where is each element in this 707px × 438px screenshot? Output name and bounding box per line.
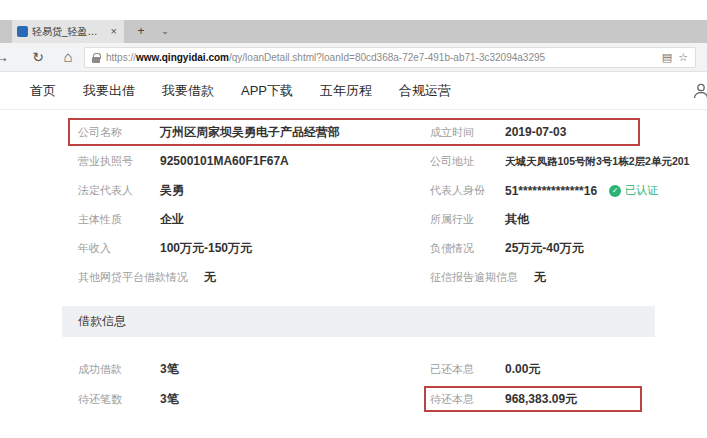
nav-item-app-download[interactable]: APP下载: [241, 82, 293, 100]
field-label: 年收入: [78, 234, 111, 263]
field-value: 天城天凤路105号附3号1栋2层2单元201: [505, 147, 689, 176]
forward-icon[interactable]: →: [0, 43, 12, 72]
field-value: 其他: [505, 205, 529, 234]
field-value: 100万元-150万元: [160, 234, 252, 263]
table-row: 待还笔数 3笔 待还本息 968,383.09元: [0, 384, 707, 414]
field-label: 已还本息: [430, 354, 474, 384]
field-label: 所属行业: [430, 205, 474, 234]
loan-info-table: 成功借款 3笔 已还本息 0.00元 待还笔数 3笔 待还本息 968,383.…: [0, 354, 707, 414]
field-value: 25万元-40万元: [505, 234, 584, 263]
field-value: 万州区周家坝吴勇电子产品经营部: [160, 118, 340, 147]
field-label: 法定代表人: [78, 176, 133, 205]
site-favicon-icon: [17, 26, 28, 37]
field-label: 代表人身份: [430, 176, 485, 205]
verified-badge: ✓ 已认证: [609, 183, 658, 198]
nav-item-compliance[interactable]: 合规运营: [399, 82, 451, 100]
table-row: 主体性质 企业 所属行业 其他: [0, 205, 707, 234]
screenshot-root: 轻易贷_轻盈投资_轻易贷 × + ⌄ → ↻ ⌂ https://www.qin…: [0, 0, 707, 438]
field-value: 2019-07-03: [505, 118, 566, 147]
field-value: 968,383.09元: [505, 384, 577, 414]
section-header-loan-info: 借款信息: [62, 306, 655, 337]
field-label: 公司地址: [430, 147, 474, 176]
table-row: 年收入 100万元-150万元 负债情况 25万元-40万元: [0, 234, 707, 263]
nav-item-home[interactable]: 首页: [30, 82, 56, 100]
new-tab-button[interactable]: +: [132, 20, 150, 43]
browser-tab[interactable]: 轻易贷_轻盈投资_轻易贷 ×: [12, 20, 124, 43]
site-nav: 首页 我要出借 我要借款 APP下载 五年历程 合规运营: [0, 72, 707, 110]
table-row: 营业执照号 92500101MA60F1F67A 公司地址 天城天凤路105号附…: [0, 147, 707, 176]
close-icon[interactable]: ×: [109, 20, 119, 43]
reading-view-icon[interactable]: ▤: [662, 51, 672, 64]
field-label: 待还本息: [430, 384, 474, 414]
field-label: 待还笔数: [78, 384, 122, 414]
tab-title: 轻易贷_轻盈投资_轻易贷: [32, 25, 105, 39]
url-path: /qy/loanDetail.shtml?loanId=80cd368a-72e…: [229, 52, 545, 63]
field-label: 营业执照号: [78, 147, 133, 176]
table-row: 法定代表人 吴勇 代表人身份 51**************16 ✓ 已认证: [0, 176, 707, 205]
section-title: 借款信息: [78, 313, 126, 330]
field-value: 3笔: [160, 354, 179, 384]
nav-item-borrow[interactable]: 我要借款: [162, 82, 214, 100]
field-label: 其他网贷平台借款情况: [78, 270, 188, 285]
refresh-icon[interactable]: ↻: [28, 43, 48, 72]
field-label: 成立时间: [430, 118, 474, 147]
verified-badge-label: 已认证: [625, 183, 658, 198]
address-bar[interactable]: https://www.qingyidai.com/qy/loanDetail.…: [84, 47, 696, 68]
field-value: 企业: [160, 205, 184, 234]
url-scheme: https://: [106, 52, 136, 63]
field-value: 51**************16: [505, 184, 597, 198]
user-avatar-icon[interactable]: [692, 82, 707, 100]
field-value: 0.00元: [505, 354, 540, 384]
field-value: 无: [204, 269, 216, 286]
field-value: 吴勇: [160, 176, 184, 205]
table-row: 成功借款 3笔 已还本息 0.00元: [0, 354, 707, 384]
table-row: 其他网贷平台借款情况 无 征信报告逾期信息 无: [0, 263, 707, 292]
field-label: 负债情况: [430, 234, 474, 263]
url-domain: www.qingyidai.com: [136, 52, 229, 63]
browser-toolbar: → ↻ ⌂ https://www.qingyidai.com/qy/loanD…: [0, 43, 707, 72]
field-label: 征信报告逾期信息: [430, 270, 518, 285]
field-value: 无: [534, 269, 546, 286]
home-icon[interactable]: ⌂: [58, 43, 78, 72]
lock-icon: [92, 57, 100, 63]
browser-tab-bar: 轻易贷_轻盈投资_轻易贷 × + ⌄: [0, 20, 707, 43]
url-text: https://www.qingyidai.com/qy/loanDetail.…: [106, 52, 656, 63]
nav-item-history[interactable]: 五年历程: [320, 82, 372, 100]
field-value: 92500101MA60F1F67A: [160, 147, 289, 176]
field-label: 成功借款: [78, 354, 122, 384]
star-favorite-icon[interactable]: ☆: [678, 51, 688, 64]
field-label: 主体性质: [78, 205, 122, 234]
chevron-down-icon[interactable]: ⌄: [156, 20, 174, 43]
nav-item-lend[interactable]: 我要出借: [83, 82, 135, 100]
field-value: 3笔: [160, 384, 179, 414]
field-label: 公司名称: [78, 118, 122, 147]
company-info-table: 公司名称 万州区周家坝吴勇电子产品经营部 成立时间 2019-07-03 营业执…: [0, 118, 707, 292]
table-row: 公司名称 万州区周家坝吴勇电子产品经营部 成立时间 2019-07-03: [0, 118, 707, 147]
check-circle-icon: ✓: [609, 185, 621, 197]
